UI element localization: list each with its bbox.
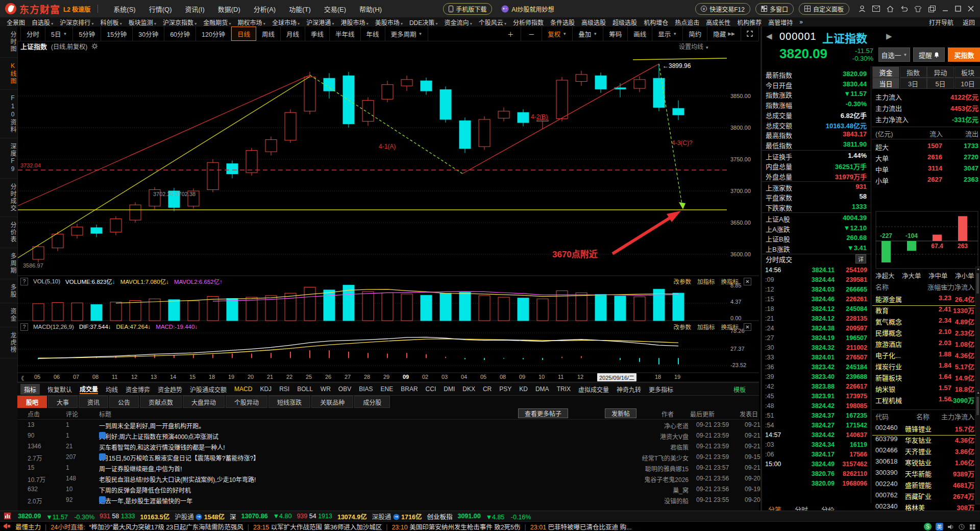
period-更多周期[interactable]: 更多周期▼ bbox=[385, 27, 429, 41]
scroll-thumb[interactable] bbox=[976, 273, 979, 294]
menubar-item[interactable]: 热点追击 bbox=[675, 18, 699, 27]
menubar-item[interactable]: 条件选股 bbox=[550, 18, 575, 27]
prev-stock-arrow[interactable]: ◀ bbox=[766, 32, 772, 41]
quick-trade-button[interactable]: ¥ 快速交易F12 bbox=[695, 3, 750, 15]
menu-交易(E)[interactable]: 交易(E) bbox=[324, 4, 346, 14]
sidebar-item-K线图[interactable]: K线图 bbox=[0, 58, 17, 90]
maximize-icon[interactable] bbox=[955, 6, 961, 12]
forum-row[interactable]: 151周一证券股继续砸盘,中信为首!聪明的雅典娜1509-21 23:5709-… bbox=[17, 463, 759, 473]
sidebar-item-资金[interactable]: 资金 bbox=[0, 303, 17, 327]
post-title[interactable]: 过去一年,是炒股生涯最愉快的一年 bbox=[99, 496, 507, 505]
tab-异动[interactable]: 异动 bbox=[927, 66, 954, 78]
stock-row[interactable]: 002460赣锋锂业15.7亿 bbox=[872, 424, 979, 436]
link-换指标[interactable]: 换指标 bbox=[721, 277, 739, 285]
period-周线[interactable]: 周线 bbox=[256, 27, 281, 41]
stock-row[interactable]: 603799华友钴业4.36亿 bbox=[872, 435, 979, 446]
sh-index-price[interactable]: 3820.09 bbox=[18, 513, 41, 520]
post-title[interactable]: 大利好:周六上证指数在预演4000点冲涨测试 bbox=[99, 432, 507, 441]
forum-row[interactable]: 2.0万92过去一年,是炒股生涯最愉快的一年没锚的船09-21 23:5509-… bbox=[17, 495, 759, 505]
post-author[interactable]: 巢_窝 bbox=[635, 486, 689, 494]
forum-tab-关联品种[interactable]: 关联品种 bbox=[311, 396, 353, 408]
forum-tab-股吧[interactable]: 股吧 bbox=[17, 396, 47, 408]
stock-scrollbar[interactable]: ▲ bbox=[975, 390, 980, 504]
forum-tab-大事[interactable]: 大事 bbox=[48, 396, 78, 408]
stock-row[interactable]: 000762西藏矿业2674万 bbox=[872, 491, 979, 502]
post-title[interactable]: 一到周末全是利好,周一开盘机构开跑。 bbox=[99, 421, 507, 430]
indicator-均线[interactable]: 均线 bbox=[106, 385, 118, 394]
multi-window-button[interactable]: 多窗口 bbox=[755, 3, 794, 15]
menu-分析(A)[interactable]: 分析(A) bbox=[254, 4, 276, 14]
next-stock-arrow[interactable]: ▶ bbox=[886, 32, 892, 41]
subtab-10日[interactable]: 10日 bbox=[954, 78, 980, 89]
period-120分钟[interactable]: 120分钟 bbox=[196, 27, 231, 41]
menubar-item[interactable]: 全景图 bbox=[7, 18, 25, 27]
menubar-item[interactable]: 分析师指数 bbox=[513, 18, 544, 27]
post-author[interactable]: 经常T飞的美少女 bbox=[635, 453, 689, 462]
ticker-brand[interactable]: 最懂主力 bbox=[15, 524, 41, 531]
mail-icon[interactable] bbox=[872, 6, 880, 12]
user-icon[interactable] bbox=[859, 5, 866, 12]
forum-row[interactable]: 901大利好:周六上证指数在预演4000点冲涨测试港资大V盘09-21 23:5… bbox=[17, 430, 759, 441]
stock-row[interactable]: 300390天华新能9389万 bbox=[872, 469, 979, 480]
indicator-KD[interactable]: KD bbox=[519, 385, 528, 393]
close-indicator-icon[interactable]: ✕ bbox=[744, 278, 751, 285]
grid-icon[interactable] bbox=[969, 524, 976, 530]
period-30分钟[interactable]: 30分钟 bbox=[133, 27, 164, 41]
sector-row[interactable]: 新疆板块1.6414.9亿 bbox=[872, 373, 979, 384]
indicator-TRIX[interactable]: TRIX bbox=[557, 385, 571, 393]
sidebar-item-多周期[interactable]: 多周期 bbox=[0, 248, 17, 279]
new-post-button[interactable]: 发新帖 bbox=[605, 408, 636, 418]
forum-tab-贡献点数[interactable]: 贡献点数 bbox=[140, 396, 182, 408]
forum-row[interactable]: 63210下周的反弹会是降低仓位的好时机巢_窝09-21 23:5609-19 bbox=[17, 484, 759, 495]
menubar-item[interactable]: 沪深港通 ▾ bbox=[306, 18, 334, 27]
menubar-item[interactable]: 沪深京排行 ▾ bbox=[60, 18, 93, 27]
menubar-item[interactable]: DDE决策 ▾ bbox=[409, 18, 438, 27]
menubar-item[interactable]: 金融期货 ▾ bbox=[203, 18, 231, 27]
indicator-BIAS[interactable]: BIAS bbox=[359, 385, 373, 393]
period-分时[interactable]: 分时 bbox=[20, 27, 45, 41]
sector-row[interactable]: 纳米银1.5718.8亿 bbox=[872, 384, 979, 395]
more-posts-button[interactable]: 查看更多帖子 bbox=[518, 408, 568, 418]
menubar-返回[interactable]: 返回 bbox=[963, 18, 975, 27]
forum-row[interactable]: 10.7万148老股民血泪总结!炒股九大口诀(附实战案例),少走10年弯路!鬼谷… bbox=[17, 473, 759, 484]
menubar-item[interactable]: 科创板 ▾ bbox=[101, 18, 122, 27]
indicator-OBV[interactable]: OBV bbox=[338, 385, 351, 393]
minimize-icon[interactable] bbox=[942, 6, 948, 12]
menubar-item[interactable]: 板块监测 ▾ bbox=[129, 18, 156, 27]
period-日线[interactable]: 日线 bbox=[231, 27, 256, 41]
live-status-icon[interactable]: S bbox=[924, 523, 932, 530]
menu-资讯(I)[interactable]: 资讯(I) bbox=[185, 4, 204, 14]
menu-系统(S)[interactable]: 系统(S) bbox=[113, 4, 135, 14]
tab-板块[interactable]: 板块 bbox=[954, 66, 980, 78]
subtab-5日[interactable]: 5日 bbox=[927, 78, 954, 89]
help-icon[interactable]: ? bbox=[20, 278, 28, 285]
split-screen-icon[interactable] bbox=[928, 6, 936, 12]
scroll-thumb[interactable] bbox=[976, 397, 979, 415]
indicator-资金趋势[interactable]: 资金趋势 bbox=[158, 385, 182, 394]
sector-scrollbar[interactable]: ▲ bbox=[975, 267, 980, 403]
news-item[interactable]: “桦加沙”最大风力突破17级 23日起广东海陆需防范强风 bbox=[89, 524, 243, 531]
sector-row[interactable]: 民爆概念2.102.33亿 bbox=[872, 328, 979, 339]
post-author[interactable]: 没锚的船 bbox=[635, 496, 689, 505]
sector-row[interactable]: 教育2.411330万 bbox=[872, 305, 979, 317]
scroll-up-icon[interactable]: ▲ bbox=[976, 267, 980, 271]
indicator-资金博弈[interactable]: 资金博弈 bbox=[126, 385, 150, 394]
post-author[interactable]: 净心老道 bbox=[635, 421, 689, 430]
zoom-out-button[interactable]: － bbox=[521, 27, 542, 41]
menubar-打开导航[interactable]: 打开导航 bbox=[929, 18, 953, 27]
menubar-item[interactable]: 个股风云 ▾ bbox=[479, 18, 506, 27]
close-icon[interactable] bbox=[968, 6, 974, 12]
link-加指标[interactable]: 加指标 bbox=[697, 323, 715, 331]
sgt-flow[interactable]: 深股通 1716亿 bbox=[372, 514, 422, 521]
subtab-当日[interactable]: 当日 bbox=[872, 78, 899, 89]
period-半年线[interactable]: 半年线 bbox=[330, 27, 361, 41]
stock-row[interactable]: 002466天齐锂业3.86亿 bbox=[872, 446, 979, 457]
forum-tab-短线涨跌[interactable]: 短线涨跌 bbox=[268, 396, 310, 408]
menubar-item[interactable]: 超级选股 bbox=[612, 18, 637, 27]
custom-panel-button[interactable]: 自定义面板 bbox=[799, 3, 849, 15]
period-15分钟[interactable]: 15分钟 bbox=[101, 27, 133, 41]
post-title[interactable]: 下周的反弹会是降低仓位的好时机 bbox=[99, 486, 507, 494]
subtab-3日[interactable]: 3日 bbox=[900, 78, 927, 89]
indicator-BRAR[interactable]: BRAR bbox=[401, 385, 418, 393]
menubar-item[interactable]: 沪深京指数 ▾ bbox=[163, 18, 197, 27]
